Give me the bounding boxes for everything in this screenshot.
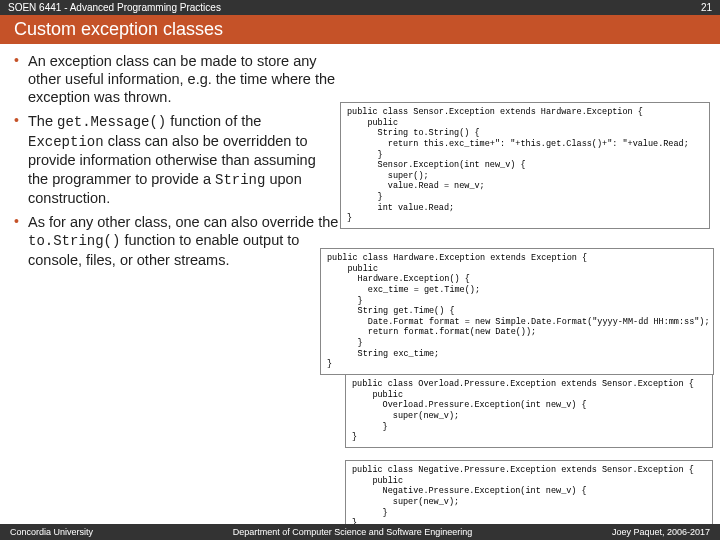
bullet-2: The get.Message() function of the Except… (14, 112, 339, 207)
b2b: function of the (166, 113, 261, 129)
bullet-1-text: An exception class can be made to store … (28, 53, 335, 105)
b2-code1: get.Message() (57, 114, 166, 130)
b3-code1: to.String() (28, 233, 120, 249)
b2a: The (28, 113, 57, 129)
code-sensor-exception: public class Sensor.Exception extends Ha… (340, 102, 710, 229)
b2-code2: Exception (28, 134, 104, 150)
footer-center: Department of Computer Science and Softw… (233, 527, 473, 537)
bullet-list: An exception class can be made to store … (14, 52, 339, 269)
top-bar: SOEN 6441 - Advanced Programming Practic… (0, 0, 720, 15)
footer: Concordia University Department of Compu… (0, 524, 720, 540)
code-negative-pressure-exception: public class Negative.Pressure.Exception… (345, 460, 713, 534)
bullet-3: As for any other class, one can also ove… (14, 213, 339, 269)
b3a: As for any other class, one can also ove… (28, 214, 338, 230)
content-area: An exception class can be made to store … (0, 44, 720, 514)
code-overload-pressure-exception: public class Overload.Pressure.Exception… (345, 374, 713, 448)
slide-title: Custom exception classes (0, 15, 720, 44)
page-number: 21 (701, 2, 712, 13)
footer-left: Concordia University (10, 527, 93, 537)
course-label: SOEN 6441 - Advanced Programming Practic… (8, 2, 221, 13)
footer-right: Joey Paquet, 2006-2017 (612, 527, 710, 537)
code-hardware-exception: public class Hardware.Exception extends … (320, 248, 714, 375)
b2-code3: String (215, 172, 265, 188)
bullet-1: An exception class can be made to store … (14, 52, 339, 106)
